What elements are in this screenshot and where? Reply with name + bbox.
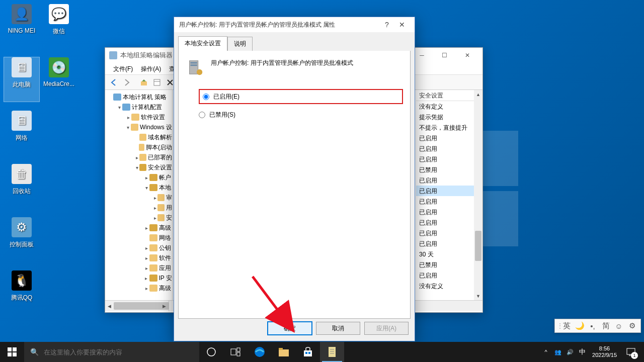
tree-node[interactable]: 域名解析 (105, 132, 172, 142)
list-row[interactable]: 已启用 (416, 238, 474, 249)
list-row[interactable]: 已禁用 (416, 164, 474, 175)
ime-item[interactable]: 🌙 (573, 320, 586, 332)
tree-node[interactable]: 网络 (105, 233, 172, 243)
back-button[interactable] (108, 77, 119, 88)
tree-node[interactable]: ▾本地 (105, 183, 172, 193)
scroll-down-arrow[interactable]: ▼ (474, 292, 482, 300)
desktop-icon[interactable]: 🖥网络 (4, 111, 39, 155)
close-button[interactable]: ✕ (394, 21, 410, 29)
list-row[interactable]: 已启用 (416, 270, 474, 281)
list-row[interactable]: 已启用 (416, 154, 474, 164)
gp-tree[interactable]: 本地计算机 策略▾计算机配置▸软件设置▾Windows 设域名解析脚本(启动▸已… (105, 90, 173, 300)
tab-local-security[interactable]: 本地安全设置 (178, 36, 227, 51)
tree-node[interactable]: 脚本(启动 (105, 142, 172, 152)
ime-item[interactable]: ☺ (612, 320, 625, 332)
list-row[interactable]: 已启用 (416, 133, 474, 143)
tree-node[interactable]: ▸软件设置 (105, 112, 172, 122)
tree-node[interactable]: ▸安 (105, 213, 172, 223)
tree-node[interactable]: ▾计算机配置 (105, 102, 172, 112)
ime-item[interactable]: ⚙ (625, 320, 638, 332)
system-tray: ^ 👥 🔊 中 8:56 2022/9/15 1 (540, 342, 644, 362)
desktop-icon[interactable]: 🗑回收站 (4, 164, 39, 208)
taskbar-edge[interactable] (248, 342, 272, 362)
desktop-icon[interactable]: 🖥此电脑 (4, 57, 39, 102)
svg-point-12 (207, 348, 215, 356)
tray-chevron-icon[interactable]: ^ (540, 349, 552, 355)
help-button[interactable]: ? (379, 21, 394, 29)
list-row[interactable]: 已启用 (416, 196, 474, 207)
tray-ime-lang[interactable]: 中 (576, 347, 588, 356)
list-row[interactable]: 已启用 (416, 175, 474, 186)
forward-button[interactable] (121, 77, 132, 88)
menu-item[interactable]: 操作(A) (137, 63, 165, 74)
list-row[interactable]: 已启用 (416, 186, 474, 196)
tree-node[interactable]: ▸IP 安 (105, 273, 172, 283)
tree-node[interactable]: ▸已部署的 (105, 152, 172, 162)
tree-node[interactable]: ▸高级 (105, 223, 172, 233)
list-row[interactable]: 已禁用 (416, 259, 474, 270)
tree-node[interactable]: ▸公钥 (105, 243, 172, 253)
cortana-button[interactable] (199, 342, 223, 362)
svg-rect-0 (141, 81, 147, 85)
radio-disabled[interactable]: 已禁用(S) (199, 107, 403, 122)
ime-toolbar[interactable]: ⋮英🌙•,简☺⚙ (554, 319, 641, 333)
ime-item[interactable]: 英 (560, 320, 573, 332)
uac-titlebar[interactable]: 用户帐户控制: 用于内置管理员帐户的管理员批准模式 属性 ? ✕ (174, 17, 415, 32)
tree-node[interactable]: ▸软件 (105, 253, 172, 263)
desktop-icon[interactable]: 🐧腾讯QQ (4, 270, 39, 315)
tree-node[interactable]: ▸用 (105, 203, 172, 213)
list-header[interactable]: 安全设置 (416, 90, 474, 101)
tree-node[interactable]: ▾安全设置 (105, 162, 172, 172)
tab-description[interactable]: 说明 (227, 37, 253, 51)
apply-button[interactable]: 应用(A) (364, 322, 409, 335)
list-row[interactable]: 提示凭据 (416, 112, 474, 122)
tray-people-icon[interactable]: 👥 (552, 349, 564, 355)
tray-notifications[interactable]: 1 (621, 342, 641, 362)
taskbar-explorer[interactable] (272, 342, 296, 362)
list-row[interactable]: 已启用 (416, 217, 474, 228)
desktop-icon[interactable]: 👤NING MEI (4, 4, 39, 48)
tree-node[interactable]: ▸应用 (105, 263, 172, 273)
radio-enabled-input[interactable] (203, 94, 209, 100)
radio-disabled-input[interactable] (199, 112, 205, 118)
desktop-icon[interactable]: 💿MediaCre... (41, 57, 76, 102)
cancel-button[interactable]: 取消 (316, 322, 360, 335)
start-button[interactable] (0, 342, 24, 362)
gp-list-column[interactable]: 安全设置没有定义提示凭据不提示，直接提升已启用已启用已启用已禁用已启用已启用已启… (416, 90, 474, 300)
maximize-button[interactable]: ☐ (433, 48, 456, 63)
close-button[interactable]: ✕ (456, 48, 478, 63)
list-row[interactable]: 30 天 (416, 249, 474, 259)
ime-item[interactable]: 简 (599, 320, 612, 332)
ime-item[interactable]: •, (586, 320, 599, 332)
list-row[interactable]: 已启用 (416, 143, 474, 154)
list-row[interactable]: 已启用 (416, 207, 474, 217)
scroll-up-arrow[interactable]: ▲ (474, 90, 482, 99)
desktop-icon[interactable]: 💬微信 (41, 4, 76, 48)
search-input[interactable] (44, 348, 193, 356)
taskbar-gp-editor[interactable] (320, 342, 344, 362)
tree-node[interactable]: 本地计算机 策略 (105, 92, 172, 102)
tree-node[interactable]: ▸审 (105, 193, 172, 203)
horizontal-scrollbar[interactable]: ◀ ▶ (105, 301, 169, 311)
radio-enabled[interactable]: 已启用(E) (199, 89, 403, 104)
menu-item[interactable]: 文件(F) (109, 63, 137, 74)
tray-volume-icon[interactable]: 🔊 (564, 349, 576, 355)
taskview-button[interactable] (223, 342, 248, 362)
list-row[interactable]: 没有定义 (416, 101, 474, 112)
ok-button[interactable]: 确定 (268, 322, 312, 335)
taskbar-search[interactable]: 🔍 (24, 342, 199, 362)
vertical-scrollbar[interactable]: ▲ ▼ (474, 90, 482, 300)
tray-clock[interactable]: 8:56 2022/9/15 (592, 345, 617, 358)
scroll-thumb[interactable] (475, 231, 481, 261)
list-row[interactable]: 已启用 (416, 228, 474, 238)
taskbar-store[interactable] (296, 342, 320, 362)
tree-node[interactable]: ▸帐户 (105, 172, 172, 183)
desktop-icon[interactable]: ⚙控制面板 (4, 217, 39, 261)
up-button[interactable] (138, 77, 149, 88)
tree-node[interactable]: ▾Windows 设 (105, 122, 172, 132)
tree-node[interactable]: ▸高级 (105, 283, 172, 293)
properties-button[interactable] (151, 77, 163, 88)
list-row[interactable]: 不提示，直接提升 (416, 122, 474, 133)
list-row[interactable]: 没有定义 (416, 281, 474, 291)
svg-rect-22 (329, 347, 336, 357)
